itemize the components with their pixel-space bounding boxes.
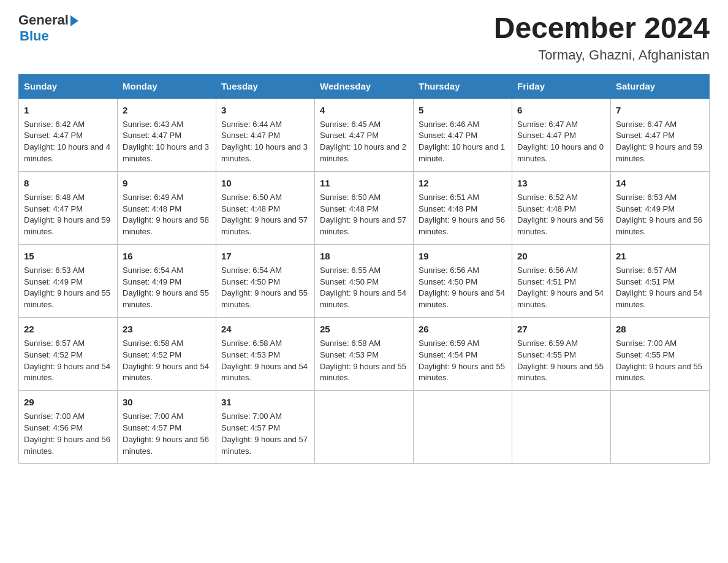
sunrise-label: Sunrise: 6:42 AM (24, 120, 85, 129)
daylight-label: Daylight: 9 hours and 55 minutes. (517, 362, 604, 383)
daylight-label: Daylight: 9 hours and 54 minutes. (320, 288, 406, 309)
day-number: 20 (517, 250, 605, 263)
calendar-cell: 27Sunrise: 6:59 AMSunset: 4:55 PMDayligh… (512, 318, 611, 391)
daylight-label: Daylight: 9 hours and 54 minutes. (123, 362, 209, 383)
calendar-cell: 1Sunrise: 6:42 AMSunset: 4:47 PMDaylight… (19, 98, 118, 172)
calendar-cell (414, 391, 512, 464)
calendar-cell: 22Sunrise: 6:57 AMSunset: 4:52 PMDayligh… (19, 318, 118, 391)
daylight-label: Daylight: 9 hours and 57 minutes. (221, 435, 308, 456)
calendar-cell: 28Sunrise: 7:00 AMSunset: 4:55 PMDayligh… (611, 318, 710, 391)
calendar-cell: 7Sunrise: 6:47 AMSunset: 4:47 PMDaylight… (611, 98, 710, 172)
calendar-week-row: 29Sunrise: 7:00 AMSunset: 4:56 PMDayligh… (19, 391, 710, 464)
daylight-label: Daylight: 10 hours and 4 minutes. (24, 142, 110, 163)
day-number: 1 (24, 104, 112, 117)
sunset-label: Sunset: 4:47 PM (419, 131, 477, 140)
sunrise-label: Sunrise: 6:47 AM (616, 120, 677, 129)
calendar-cell: 20Sunrise: 6:56 AMSunset: 4:51 PMDayligh… (512, 245, 611, 318)
logo-general: General (18, 12, 69, 28)
daylight-label: Daylight: 9 hours and 55 minutes. (24, 288, 110, 309)
day-number: 9 (123, 177, 211, 190)
sunset-label: Sunset: 4:56 PM (24, 423, 83, 432)
calendar-cell: 24Sunrise: 6:58 AMSunset: 4:53 PMDayligh… (216, 318, 315, 391)
day-number: 23 (123, 323, 211, 336)
calendar-week-row: 1Sunrise: 6:42 AMSunset: 4:47 PMDaylight… (19, 98, 710, 172)
daylight-label: Daylight: 9 hours and 55 minutes. (419, 362, 505, 383)
day-number: 17 (221, 250, 309, 263)
sunrise-label: Sunrise: 6:44 AM (221, 120, 282, 129)
day-number: 4 (320, 104, 408, 117)
sunrise-label: Sunrise: 6:46 AM (419, 120, 479, 129)
daylight-label: Daylight: 9 hours and 55 minutes. (123, 288, 209, 309)
day-number: 6 (517, 104, 605, 117)
sunrise-label: Sunrise: 6:57 AM (24, 339, 85, 348)
sunset-label: Sunset: 4:48 PM (320, 204, 379, 213)
daylight-label: Daylight: 9 hours and 58 minutes. (123, 215, 209, 236)
sunset-label: Sunset: 4:49 PM (24, 277, 83, 286)
day-number: 13 (517, 177, 605, 190)
calendar-cell: 8Sunrise: 6:48 AMSunset: 4:47 PMDaylight… (19, 171, 118, 244)
sunset-label: Sunset: 4:57 PM (123, 423, 181, 432)
daylight-label: Daylight: 9 hours and 59 minutes. (24, 215, 110, 236)
sunset-label: Sunset: 4:47 PM (320, 131, 379, 140)
page-header: General Blue December 2024 Tormay, Ghazn… (18, 12, 710, 63)
daylight-label: Daylight: 9 hours and 59 minutes. (616, 142, 702, 163)
calendar-cell: 26Sunrise: 6:59 AMSunset: 4:54 PMDayligh… (414, 318, 512, 391)
calendar-cell: 21Sunrise: 6:57 AMSunset: 4:51 PMDayligh… (611, 245, 710, 318)
sunset-label: Sunset: 4:48 PM (419, 204, 477, 213)
sunrise-label: Sunrise: 6:57 AM (616, 266, 677, 275)
day-number: 30 (123, 396, 211, 409)
day-number: 12 (419, 177, 507, 190)
sunrise-label: Sunrise: 6:58 AM (320, 339, 381, 348)
day-number: 25 (320, 323, 408, 336)
daylight-label: Daylight: 10 hours and 0 minutes. (517, 142, 604, 163)
sunset-label: Sunset: 4:55 PM (616, 350, 675, 359)
day-number: 27 (517, 323, 605, 336)
sunrise-label: Sunrise: 6:53 AM (24, 266, 85, 275)
header-thursday: Thursday (414, 74, 512, 98)
day-number: 5 (419, 104, 507, 117)
calendar-cell: 16Sunrise: 6:54 AMSunset: 4:49 PMDayligh… (118, 245, 216, 318)
calendar-cell: 18Sunrise: 6:55 AMSunset: 4:50 PMDayligh… (315, 245, 414, 318)
day-number: 26 (419, 323, 507, 336)
header-tuesday: Tuesday (216, 74, 315, 98)
daylight-label: Daylight: 9 hours and 56 minutes. (517, 215, 604, 236)
calendar-cell (512, 391, 611, 464)
sunrise-label: Sunrise: 6:59 AM (517, 339, 578, 348)
sunrise-label: Sunrise: 7:00 AM (24, 412, 85, 421)
calendar-cell: 19Sunrise: 6:56 AMSunset: 4:50 PMDayligh… (414, 245, 512, 318)
calendar-header-row: Sunday Monday Tuesday Wednesday Thursday… (19, 74, 710, 98)
calendar-table: Sunday Monday Tuesday Wednesday Thursday… (18, 74, 710, 464)
daylight-label: Daylight: 10 hours and 2 minutes. (320, 142, 406, 163)
day-number: 11 (320, 177, 408, 190)
daylight-label: Daylight: 9 hours and 56 minutes. (123, 435, 209, 456)
calendar-week-row: 15Sunrise: 6:53 AMSunset: 4:49 PMDayligh… (19, 245, 710, 318)
sunset-label: Sunset: 4:50 PM (419, 277, 477, 286)
sunrise-label: Sunrise: 6:50 AM (320, 193, 381, 202)
calendar-cell: 30Sunrise: 7:00 AMSunset: 4:57 PMDayligh… (118, 391, 216, 464)
calendar-cell: 6Sunrise: 6:47 AMSunset: 4:47 PMDaylight… (512, 98, 611, 172)
location-subtitle: Tormay, Ghazni, Afghanistan (494, 47, 710, 63)
sunrise-label: Sunrise: 6:55 AM (320, 266, 381, 275)
daylight-label: Daylight: 9 hours and 54 minutes. (24, 362, 110, 383)
sunset-label: Sunset: 4:47 PM (221, 131, 280, 140)
calendar-cell (315, 391, 414, 464)
daylight-label: Daylight: 9 hours and 54 minutes. (517, 288, 604, 309)
day-number: 28 (616, 323, 704, 336)
sunrise-label: Sunrise: 6:49 AM (123, 193, 183, 202)
daylight-label: Daylight: 9 hours and 56 minutes. (616, 215, 702, 236)
day-number: 15 (24, 250, 112, 263)
sunset-label: Sunset: 4:48 PM (123, 204, 181, 213)
calendar-title: December 2024 (494, 12, 710, 45)
calendar-cell: 25Sunrise: 6:58 AMSunset: 4:53 PMDayligh… (315, 318, 414, 391)
sunset-label: Sunset: 4:57 PM (221, 423, 280, 432)
sunrise-label: Sunrise: 7:00 AM (616, 339, 677, 348)
calendar-cell: 2Sunrise: 6:43 AMSunset: 4:47 PMDaylight… (118, 98, 216, 172)
calendar-cell: 29Sunrise: 7:00 AMSunset: 4:56 PMDayligh… (19, 391, 118, 464)
title-block: December 2024 Tormay, Ghazni, Afghanista… (494, 12, 710, 63)
day-number: 10 (221, 177, 309, 190)
sunset-label: Sunset: 4:51 PM (517, 277, 576, 286)
sunset-label: Sunset: 4:48 PM (517, 204, 576, 213)
sunset-label: Sunset: 4:48 PM (221, 204, 280, 213)
daylight-label: Daylight: 9 hours and 54 minutes. (419, 288, 505, 309)
sunrise-label: Sunrise: 6:45 AM (320, 120, 381, 129)
